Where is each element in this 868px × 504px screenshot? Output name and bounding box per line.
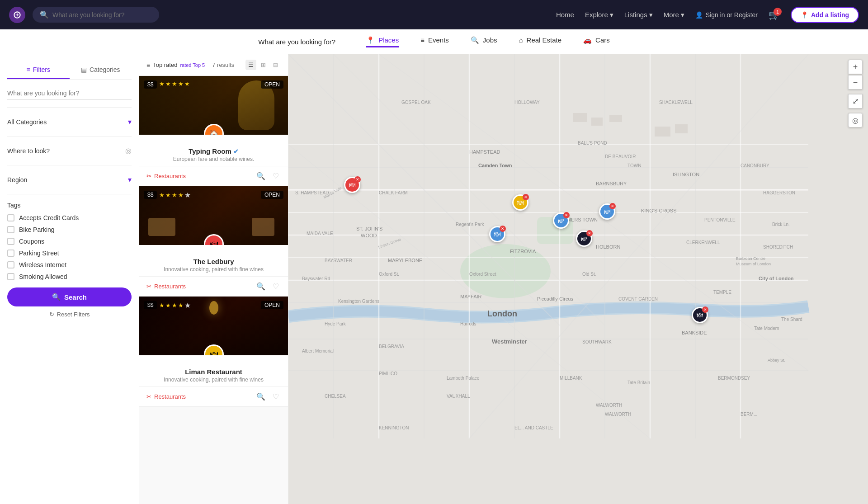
svg-text:Museum of London: Museum of London (736, 262, 771, 266)
smoking-allowed-checkbox[interactable] (7, 273, 14, 280)
listing-card-1[interactable]: $$ ★★★★★ OPEN 🏠 Typing Room ✔ European f… (139, 76, 288, 186)
map-fullscreen-button[interactable]: ⤢ (848, 94, 863, 108)
bike-parking-checkbox[interactable] (7, 226, 14, 233)
reset-filters-button[interactable]: ↻ Reset Filters (7, 311, 132, 318)
nav-home[interactable]: Home (556, 11, 574, 19)
map-location-button[interactable]: ◎ (848, 113, 863, 127)
listing-card-2[interactable]: $$ ★★★★★ OPEN 🍽 The Ledbury Innovative c… (139, 186, 288, 297)
svg-rect-87 (573, 113, 587, 122)
chevron-down-icon: ▾ (610, 11, 613, 19)
sort-icon: ≡ (146, 61, 150, 69)
search-button[interactable]: 🔍 Search (7, 287, 132, 306)
svg-text:MARYLEBONE: MARYLEBONE (388, 258, 422, 263)
map-pin-2[interactable]: 🍽 ✕ (489, 226, 505, 242)
card-1-category: ✂ Restaurants (146, 173, 186, 179)
tab-cars[interactable]: 🚗 Cars (583, 36, 610, 47)
svg-text:Brick Ln.: Brick Ln. (772, 222, 790, 227)
card-1-desc: European fare and notable wines. (146, 156, 281, 162)
where-to-look-select[interactable]: Where to look? ◎ (7, 144, 132, 158)
svg-text:S. HAMPSTEAD: S. HAMPSTEAD (295, 190, 329, 195)
tag-parking-street: Parking Street (7, 250, 132, 257)
parking-street-checkbox[interactable] (7, 250, 14, 257)
sign-in-button[interactable]: 👤 Sign in or Register (695, 11, 758, 19)
map-zoom-out-button[interactable]: − (848, 75, 863, 89)
filter-icon: ≡ (27, 66, 30, 73)
nav-explore[interactable]: Explore ▾ (585, 11, 613, 19)
map-pin-6[interactable]: 🍽 ✕ (599, 203, 615, 220)
card-1-body: Typing Room ✔ European fare and notable … (139, 135, 288, 166)
nav-more[interactable]: More ▾ (664, 11, 684, 19)
view-grid-button[interactable]: ⊞ (258, 60, 269, 70)
svg-text:The Shard: The Shard (781, 317, 802, 322)
map-pin-4[interactable]: 🍽 ✕ (553, 212, 569, 229)
sidebar-tab-categories[interactable]: ▤ Categories (70, 61, 132, 79)
accepts-credit-cards-checkbox[interactable] (7, 214, 14, 221)
region-select[interactable]: Region ▾ (7, 173, 132, 187)
card-3-search-button[interactable]: 🔍 (255, 391, 267, 403)
tags-section: Tags Accepts Credit Cards Bike Parking C… (7, 202, 132, 280)
chevron-down-icon: ▾ (681, 11, 684, 19)
card-2-name: The Ledbury (146, 258, 281, 265)
top-rated-badge: ≡ Top rated rated Top 5 (146, 61, 205, 69)
search-icon: 🔍 (40, 10, 49, 19)
tab-jobs[interactable]: 🔍 Jobs (471, 36, 497, 47)
svg-text:Oxford Street: Oxford Street (469, 272, 496, 277)
map-controls: + − ⤢ ◎ (848, 60, 863, 127)
map-pin-1[interactable]: 🍽 ✕ (344, 177, 360, 193)
results-count: 7 results (212, 61, 234, 68)
view-list-button[interactable]: ☰ (245, 60, 256, 70)
map-pin-3[interactable]: 🍽 ✕ (512, 194, 528, 211)
sidebar-tab-filters[interactable]: ≡ Filters (7, 61, 70, 79)
card-3-category: ✂ Restaurants (146, 393, 186, 400)
region-filter: Region ▾ (7, 173, 132, 194)
svg-text:BERMONDSEY: BERMONDSEY (718, 376, 750, 381)
main-search-input[interactable] (52, 11, 152, 19)
svg-text:BALL'S POND: BALL'S POND (578, 141, 607, 146)
map-pin-5[interactable]: 🍽 ✕ (576, 231, 592, 247)
what-looking-input[interactable] (7, 87, 132, 100)
svg-text:TEMPLE: TEMPLE (713, 290, 731, 295)
svg-text:KING'S CROSS: KING'S CROSS (641, 208, 677, 213)
svg-rect-90 (655, 127, 670, 137)
map-pin-7[interactable]: 🍽 ✕ (692, 307, 708, 323)
svg-text:Regent's Park: Regent's Park (456, 222, 484, 227)
tab-events[interactable]: ≡ Events (420, 36, 449, 47)
user-icon: 👤 (695, 11, 703, 19)
card-2-favorite-button[interactable]: ♡ (271, 280, 281, 292)
add-listing-button[interactable]: 📍 Add a listing (791, 7, 859, 23)
real-estate-icon: ⌂ (519, 36, 523, 44)
where-to-look-filter: Where to look? ◎ (7, 144, 132, 165)
tags-title: Tags (7, 202, 132, 209)
nav-listings[interactable]: Listings ▾ (624, 11, 653, 19)
svg-text:Tate Britain: Tate Britain (627, 380, 650, 385)
svg-text:Harrods: Harrods (460, 321, 476, 326)
listing-card-3[interactable]: $$ ★★★★★ OPEN 🍽 Liman Restaurant Innovat… (139, 297, 288, 407)
card-image-1: $$ ★★★★★ OPEN 🏠 (139, 76, 288, 135)
card-2-category: ✂ Restaurants (146, 283, 186, 290)
svg-text:DE BEAUVOIR: DE BEAUVOIR (605, 154, 636, 159)
view-compact-button[interactable]: ⊟ (270, 60, 281, 70)
card-3-favorite-button[interactable]: ♡ (271, 391, 281, 403)
svg-text:London: London (487, 309, 517, 318)
card-1-favorite-button[interactable]: ♡ (271, 170, 281, 182)
coupons-checkbox[interactable] (7, 238, 14, 245)
logo-icon[interactable] (9, 7, 25, 23)
svg-text:WALWORTH: WALWORTH (605, 412, 631, 417)
map-zoom-in-button[interactable]: + (848, 60, 863, 74)
tab-places[interactable]: 📍 Places (366, 36, 399, 47)
tab-real-estate[interactable]: ⌂ Real Estate (519, 36, 562, 47)
tag-bike-parking: Bike Parking (7, 226, 132, 233)
places-icon: 📍 (366, 36, 375, 44)
card-2-search-button[interactable]: 🔍 (255, 280, 267, 292)
card-1-search-button[interactable]: 🔍 (255, 170, 267, 182)
notifications-button[interactable]: 🛒 1 (769, 9, 780, 20)
svg-text:MILLBANK: MILLBANK (560, 376, 582, 381)
category-select[interactable]: All Categories ▾ (7, 115, 132, 129)
verified-icon-1: ✔ (233, 148, 239, 155)
main-search-bar[interactable]: 🔍 (33, 7, 159, 23)
svg-text:HAGGERSTON: HAGGERSTON (763, 190, 795, 195)
card-1-name: Typing Room ✔ (146, 147, 281, 155)
wireless-internet-checkbox[interactable] (7, 261, 14, 268)
location-icon: ◎ (125, 146, 132, 155)
svg-text:SHOREDITCH: SHOREDITCH (763, 245, 793, 250)
